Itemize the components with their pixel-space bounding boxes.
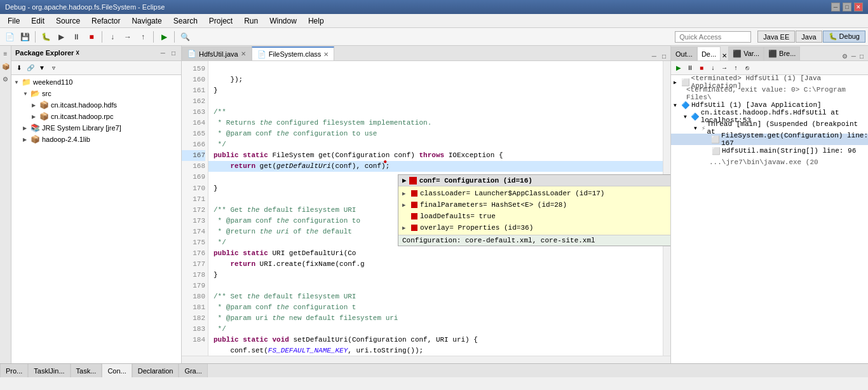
right-panel-controls: ⚙ ─ □ xyxy=(837,52,868,60)
pkg-link-btn[interactable]: 🔗 xyxy=(25,63,36,73)
close-button[interactable]: ✕ xyxy=(854,3,863,11)
toolbar-run-btn[interactable]: ▶ xyxy=(157,30,171,44)
bottom-tab-gra[interactable]: Gra... xyxy=(179,364,208,377)
tab-var[interactable]: ⬛ Var... xyxy=(728,46,764,60)
editor-max-btn[interactable]: □ xyxy=(660,52,668,60)
perspective-java[interactable]: Java xyxy=(796,31,822,43)
quick-access-input[interactable] xyxy=(675,31,751,43)
toolbar-terminate-btn[interactable]: ■ xyxy=(85,30,98,44)
tab-filesystem-close[interactable]: ✕ xyxy=(323,51,329,58)
debug-item-frame-hdfsutil[interactable]: ▶ ⬜ HdfsUtil.main(String[]) line: 96 xyxy=(671,145,868,157)
popup-expand-arrow: ▶ xyxy=(402,176,407,185)
bottom-tab-bar: Pro... TasklJin... Task... Con... Declar… xyxy=(0,363,868,377)
toolbar-new-btn[interactable]: 📄 xyxy=(3,30,17,44)
tab-hdfsutil[interactable]: 📄 HdfsUtil.java ✕ xyxy=(182,46,252,60)
tree-item-rpc[interactable]: ▶ 📦 cn.itcast.hadoop.rpc xyxy=(11,111,181,122)
menu-source[interactable]: Source xyxy=(51,15,85,27)
debug-thread-icon: ⚡ xyxy=(702,124,706,132)
menu-navigate[interactable]: Navigate xyxy=(126,15,166,27)
menu-run[interactable]: Run xyxy=(239,15,263,27)
bottom-tab-con[interactable]: Con... xyxy=(102,364,132,377)
toolbar-sep-2 xyxy=(102,31,102,43)
menu-file[interactable]: File xyxy=(3,15,25,27)
maximize-button[interactable]: □ xyxy=(843,3,851,11)
toolbar-suspend-btn[interactable]: ⏸ xyxy=(69,30,83,44)
toolbar-save-btn[interactable]: 💾 xyxy=(18,30,32,44)
editor-min-btn[interactable]: ─ xyxy=(650,52,658,60)
left-icon-2[interactable]: 📦 xyxy=(1,61,11,71)
menu-project[interactable]: Project xyxy=(204,15,238,27)
tab-bre[interactable]: ⬛ Bre... xyxy=(764,46,800,60)
debug-step-into-btn[interactable]: ↓ xyxy=(708,63,718,73)
menu-refactor[interactable]: Refactor xyxy=(86,15,125,27)
debug-suspend-btn[interactable]: ⏸ xyxy=(685,63,695,73)
tab-out[interactable]: Out... xyxy=(671,46,697,60)
perspective-javaee[interactable]: Java EE xyxy=(757,31,795,43)
debug-item-frame-filesystem[interactable]: ▶ ⬜ FileSystem.get(Configuration) line: … xyxy=(671,134,868,145)
popup-icon xyxy=(409,177,417,185)
bottom-tab-declaration[interactable]: Declaration xyxy=(132,364,179,377)
right-panel-toolbar-btn[interactable]: ⚙ xyxy=(840,52,850,60)
bottom-tab-tasklist[interactable]: TasklJin... xyxy=(28,364,70,377)
debug-item-terminated-detail[interactable]: <terminated, exit value: 0> C:\Program F… xyxy=(671,88,868,99)
debug-step-return-btn[interactable]: ↑ xyxy=(731,63,741,73)
menu-search[interactable]: Search xyxy=(168,15,203,27)
debug-arrow: ▼ xyxy=(684,114,689,120)
left-icon-3[interactable]: ⚙ xyxy=(1,74,11,84)
toolbar-step-over[interactable]: → xyxy=(121,30,135,44)
debug-step-over-btn[interactable]: → xyxy=(719,63,729,73)
tab-debug-close[interactable]: ✕ xyxy=(721,51,728,60)
title-bar-buttons: ─ □ ✕ xyxy=(831,3,863,11)
toolbar-step-into[interactable]: ↓ xyxy=(105,30,119,44)
tree-item-src[interactable]: ▼ 📂 src xyxy=(11,88,181,99)
tab-filesystem[interactable]: 📄 FileSystem.class ✕ xyxy=(252,46,335,60)
editor-hscrollbar[interactable] xyxy=(182,356,670,363)
file-tree: ▼ 📁 weekend110 ▼ 📂 src ▶ 📦 cn.itcast.had… xyxy=(11,75,181,363)
debug-resume-btn[interactable]: ▶ xyxy=(674,63,684,73)
right-tab-bar: Out... De... ✕ ⬛ Var... ⬛ Bre... ⚙ ─ □ xyxy=(671,46,868,61)
jar-icon: 📦 xyxy=(31,135,40,144)
pkg-max-btn[interactable]: □ xyxy=(170,49,177,57)
popup-row-label: overlay= Properties (id=36) xyxy=(420,224,533,232)
debug-stop-btn[interactable]: ■ xyxy=(696,63,707,73)
menu-edit[interactable]: Edit xyxy=(26,15,50,27)
pkg-filter-btn[interactable]: ▼ xyxy=(37,63,47,73)
tab-hdfsutil-icon: 📄 xyxy=(187,50,196,58)
left-icon-1[interactable]: ≡ xyxy=(1,48,11,59)
debug-disconnect-btn[interactable]: ⎋ xyxy=(742,63,752,73)
debug-item-javaw[interactable]: ▶ ...\jre7\bin\javaw.exe (20 xyxy=(671,157,868,168)
menu-window[interactable]: Window xyxy=(264,15,302,27)
popup-row-finalparams[interactable]: ▶ finalParameters= HashSet<E> (id=28) xyxy=(398,199,670,211)
debug-arrow: ▼ xyxy=(694,125,700,131)
tab-debug[interactable]: De... xyxy=(697,46,721,60)
tree-item-hdfs[interactable]: ▶ 📦 cn.itcast.hadoop.hdfs xyxy=(11,99,181,111)
bottom-tab-task[interactable]: Task... xyxy=(71,364,102,377)
popup-header-text: conf= Configuration (id=16) xyxy=(419,177,532,185)
toolbar-resume-btn[interactable]: ▶ xyxy=(54,30,68,44)
menu-help[interactable]: Help xyxy=(303,15,329,27)
popup-row-label: classLoader= Launcher$AppClassLoader (id… xyxy=(420,190,604,197)
popup-row-overlay[interactable]: ▶ overlay= Properties (id=36) xyxy=(398,222,670,233)
popup-row-classloader[interactable]: ▶ classLoader= Launcher$AppClassLoader (… xyxy=(398,188,670,199)
perspective-debug[interactable]: 🐛 Debug xyxy=(823,31,865,43)
tree-item-hadoop[interactable]: ▶ 📦 hadoop-2.4.1lib xyxy=(11,134,181,145)
tree-item-weekend110[interactable]: ▼ 📁 weekend110 xyxy=(11,76,181,88)
debug-popup: ▶ conf= Configuration (id=16) ▶ classLoa… xyxy=(398,174,670,246)
pkg-min-btn[interactable]: ─ xyxy=(159,49,167,57)
code-editor: 159 160 161 162 163 164 165 166 167 168 … xyxy=(182,61,670,356)
right-panel-min-btn[interactable]: ─ xyxy=(850,52,858,60)
popup-row-loaddefaults[interactable]: ▶ loadDefaults= true xyxy=(398,211,670,222)
tree-item-jre[interactable]: ▶ 📚 JRE System Library [jre7] xyxy=(11,122,181,134)
minimize-button[interactable]: ─ xyxy=(831,3,840,11)
pkg-collapse-btn[interactable]: ⬇ xyxy=(14,63,24,73)
tree-label-hadoop: hadoop-2.4.1lib xyxy=(42,136,90,143)
package-icon-rpc: 📦 xyxy=(39,112,49,121)
popup-header[interactable]: ▶ conf= Configuration (id=16) xyxy=(398,175,670,186)
right-panel-max-btn[interactable]: □ xyxy=(858,52,865,60)
tab-hdfsutil-close[interactable]: ✕ xyxy=(241,50,246,57)
bottom-tab-pro[interactable]: Pro... xyxy=(0,364,28,377)
toolbar-step-return[interactable]: ↑ xyxy=(136,30,150,44)
toolbar-search-btn[interactable]: 🔍 xyxy=(178,30,192,44)
pkg-menu-btn[interactable]: ▿ xyxy=(48,63,58,73)
toolbar-debug-btn[interactable]: 🐛 xyxy=(39,30,53,44)
